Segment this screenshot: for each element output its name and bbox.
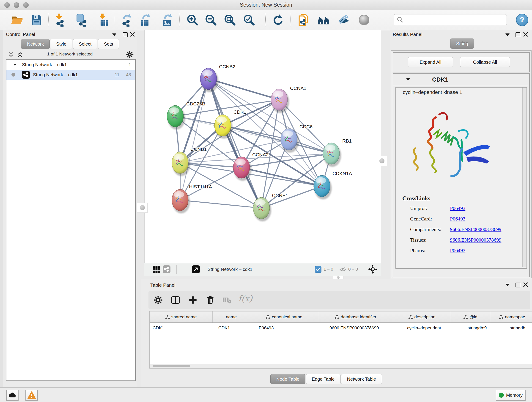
selected-checkbox[interactable] [315, 266, 322, 273]
cdk1-section-header[interactable] [393, 74, 528, 86]
column-header-database-identifier[interactable]: database identifier [318, 312, 393, 322]
results-panel-close-icon[interactable] [523, 32, 528, 37]
delete-table-button[interactable] [221, 294, 233, 306]
table-row[interactable]: CDK1CDK1P064939606.ENSP00000378699cyclin… [150, 323, 532, 333]
export-table-button[interactable] [139, 13, 152, 27]
import-network-icon [54, 13, 66, 27]
window-title: Session: New Session [0, 0, 532, 10]
help-button[interactable]: ? [516, 14, 528, 26]
function-builder-button[interactable]: f(x) [238, 294, 253, 303]
results-scrollbar[interactable] [522, 88, 526, 267]
houses-button[interactable] [317, 13, 330, 27]
window-left-gutter [0, 30, 3, 387]
edge-CDKN1A-CCNE1[interactable] [261, 186, 322, 208]
control-panel-collapse-icon[interactable] [112, 33, 116, 36]
crosslink-pharos[interactable]: P06493 [450, 248, 465, 254]
node-CDC6[interactable]: CDC6 [281, 124, 312, 153]
results-panel-collapse-icon[interactable] [505, 33, 510, 36]
bottom-splitter-handle[interactable] [333, 276, 343, 279]
collapse-all-button[interactable]: Collapse All [460, 57, 510, 67]
node-label-CDKN1A: CDKN1A [332, 171, 352, 176]
zoom-out-button[interactable] [204, 13, 217, 27]
edge-CCNB2-HIST1H1A[interactable] [180, 79, 209, 200]
crosslink-genecard[interactable]: P06493 [450, 216, 465, 222]
delete-column-button[interactable] [205, 294, 216, 306]
expand-all-chevrons-icon[interactable] [17, 51, 23, 58]
open-session-button[interactable] [10, 13, 24, 27]
table-panel-collapse-icon[interactable] [505, 284, 510, 286]
network-canvas[interactable]: CCNB2CCNA1CDC25BCDK1CDC6RB1CCNB1CCNA2CDK… [144, 30, 381, 263]
column-header-canonical-name[interactable]: canonical name [250, 312, 318, 322]
table-panel-close-icon[interactable] [523, 282, 528, 287]
results-panel-float-icon[interactable] [515, 32, 520, 37]
crosslink-uniprot[interactable]: P06493 [450, 205, 465, 211]
grid-view-icon[interactable] [152, 265, 160, 273]
node-HIST1H1A[interactable]: HIST1H1A [172, 184, 212, 213]
network-row[interactable]: String Network – cdk1 11 48 [6, 70, 135, 80]
edge-CDK1-RB1[interactable] [223, 125, 331, 153]
import-network-database-button[interactable] [75, 13, 89, 27]
toolbar-search [394, 14, 507, 25]
node-CCNE1[interactable]: CCNE1 [253, 193, 288, 221]
table-header-row: shared namenamecanonical namedatabase id… [150, 312, 532, 323]
import-table-button[interactable] [97, 13, 110, 27]
tree-expand-icon[interactable] [13, 64, 17, 66]
tab-network[interactable]: Network [21, 39, 50, 49]
search-input[interactable] [405, 15, 507, 25]
control-panel-float-icon[interactable] [123, 32, 128, 37]
export-image-button[interactable] [161, 13, 174, 27]
left-splitter-handle[interactable] [137, 203, 147, 213]
protein-structure-image [401, 104, 495, 186]
crosslink-tissues[interactable]: 9606.ENSP00000378699 [450, 237, 501, 243]
zoom-fit-button[interactable] [223, 13, 236, 27]
zoom-selected-button[interactable] [242, 13, 256, 27]
node-RB1[interactable]: RB1 [323, 138, 352, 167]
expand-all-button[interactable]: Expand All [408, 57, 453, 67]
network-graph[interactable]: CCNB2CCNA1CDC25BCDK1CDC6RB1CCNB1CCNA2CDK… [145, 30, 381, 263]
table-panel-float-icon[interactable] [515, 283, 520, 287]
node-CDKN1A[interactable]: CDKN1A [314, 171, 352, 199]
zoom-in-button[interactable] [186, 13, 199, 27]
control-panel-close-icon[interactable] [130, 32, 135, 37]
crosslink-compartments[interactable]: 9606.ENSP00000378699 [450, 226, 501, 232]
column-header-shared-name[interactable]: shared name [150, 312, 213, 322]
import-network-button[interactable] [53, 13, 67, 27]
right-splitter-handle[interactable] [377, 156, 387, 166]
tab-select[interactable]: Select [73, 39, 98, 49]
show-columns-button[interactable] [170, 294, 181, 306]
memory-button[interactable]: Memory [496, 390, 526, 401]
memory-label: Memory [506, 393, 523, 398]
network-collection-row[interactable]: String Network – cdk1 1 [6, 60, 135, 70]
cloud-status-button[interactable] [6, 390, 19, 401]
show-all-button[interactable] [357, 13, 371, 27]
birds-eye-view-icon[interactable] [192, 265, 200, 273]
network-share-toggle-icon[interactable] [163, 265, 171, 273]
tab-sets[interactable]: Sets [98, 39, 119, 49]
save-session-button[interactable] [30, 13, 43, 27]
column-header-name[interactable]: name [213, 312, 250, 322]
node-label-CCNA2: CCNA2 [252, 152, 268, 157]
tab-node-table[interactable]: Node Table [270, 374, 305, 384]
table-horizontal-scrollbar[interactable] [150, 364, 532, 368]
node-CDC25B[interactable]: CDC25B [167, 101, 205, 129]
column-header-@id[interactable]: @id [451, 312, 490, 322]
tab-edge-table[interactable]: Edge Table [306, 374, 341, 384]
column-header-description[interactable]: description [393, 312, 451, 322]
hide-selected-button[interactable] [337, 13, 350, 27]
network-options-gear-icon[interactable] [126, 51, 134, 59]
refresh-button[interactable] [271, 13, 284, 27]
network-document-button[interactable] [297, 13, 310, 27]
create-column-button[interactable] [187, 294, 199, 306]
cdk1-collapse-icon[interactable] [406, 78, 410, 80]
table-scrollbar-thumb[interactable] [152, 365, 190, 367]
selected-count: 1 – 0 [323, 263, 333, 275]
export-network-button[interactable] [120, 13, 133, 27]
tab-style[interactable]: Style [50, 39, 72, 49]
tab-network-table[interactable]: Network Table [341, 374, 382, 384]
tab-string[interactable]: String [450, 38, 474, 49]
pan-crosshair-icon[interactable] [368, 264, 378, 274]
column-header-namespac[interactable]: namespac [490, 312, 532, 322]
table-settings-button[interactable] [152, 294, 164, 306]
collapse-all-chevrons-icon[interactable] [8, 51, 14, 58]
warning-status-button[interactable] [25, 390, 38, 401]
